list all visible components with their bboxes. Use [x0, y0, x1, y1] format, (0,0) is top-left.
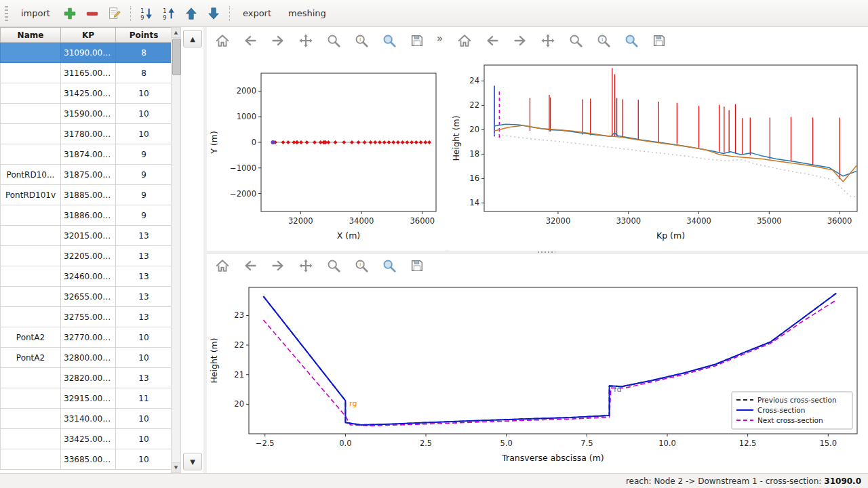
svg-text:20: 20: [469, 125, 479, 134]
pan-icon[interactable]: [539, 32, 557, 49]
home-icon[interactable]: [456, 32, 473, 49]
subplots-icon[interactable]: [595, 32, 612, 49]
table-row[interactable]: 31886.00009: [1, 205, 172, 226]
save-icon[interactable]: [408, 32, 426, 49]
kp-cell: 32015.0000: [61, 226, 116, 246]
table-row[interactable]: 31090.00008: [1, 43, 172, 63]
forward-icon[interactable]: [511, 32, 529, 49]
save-icon[interactable]: [408, 257, 426, 274]
move-down-button[interactable]: [205, 5, 222, 22]
points-cell: 10: [116, 449, 172, 470]
name-cell: [1, 287, 61, 307]
points-cell: 13: [116, 266, 172, 287]
home-icon[interactable]: [214, 257, 231, 274]
kp-cell: 31090.0000: [61, 43, 116, 63]
zoom-icon[interactable]: [325, 257, 342, 274]
table-row[interactable]: 33425.000010: [1, 429, 172, 449]
scroll-page-down-button[interactable]: ▼: [183, 453, 202, 470]
cross-section-plot[interactable]: −2.50.02.55.07.510.012.515.020212223rgrd…: [207, 279, 868, 472]
points-cell: 9: [116, 185, 172, 205]
table-row[interactable]: 32755.000013: [1, 307, 172, 327]
points-cell: 10: [116, 409, 172, 429]
sort-descending-button[interactable]: [160, 5, 178, 22]
pan-icon[interactable]: [297, 32, 315, 49]
svg-text:−1000: −1000: [230, 163, 256, 173]
table-row[interactable]: 33140.000010: [1, 409, 172, 429]
table-row[interactable]: 33685.000010: [1, 449, 172, 470]
kp-cell: 31780.0000: [61, 124, 116, 144]
table-row[interactable]: 32915.000011: [1, 388, 172, 409]
zoom-icon[interactable]: [567, 32, 585, 49]
name-cell: [1, 43, 61, 63]
table-row[interactable]: 31425.000010: [1, 83, 172, 104]
minus-icon: [85, 6, 100, 21]
plan-view-plot[interactable]: 320003400036000−2000−1000010002000X (m)Y…: [207, 56, 446, 251]
scroll-page-up-button[interactable]: ▲: [183, 30, 202, 47]
table-row[interactable]: 32655.000013: [1, 287, 172, 307]
table-row[interactable]: 32015.000013: [1, 226, 172, 246]
remove-cross-section-button[interactable]: [83, 5, 101, 22]
scrollbar-thumb[interactable]: [172, 39, 181, 75]
home-icon[interactable]: [214, 32, 231, 49]
customize-icon[interactable]: [380, 257, 398, 274]
svg-text:18: 18: [469, 149, 479, 159]
save-icon[interactable]: [650, 32, 668, 49]
pan-icon[interactable]: [297, 257, 315, 274]
longitudinal-profile-plot[interactable]: 3200033000340003500036000141618202224Kp …: [449, 56, 868, 251]
scrollbar-down-arrow-icon[interactable]: ▼: [172, 462, 180, 472]
subplots-icon[interactable]: [353, 32, 370, 49]
points-cell: 10: [116, 124, 172, 144]
table-row[interactable]: PontA232800.000010: [1, 348, 172, 368]
svg-text:32000: 32000: [288, 216, 313, 226]
import-button[interactable]: import: [15, 5, 56, 21]
forward-icon[interactable]: [269, 32, 287, 49]
add-cross-section-button[interactable]: [61, 5, 79, 22]
column-header-kp[interactable]: KP: [61, 28, 116, 43]
sort-ascending-button[interactable]: [138, 5, 155, 22]
svg-text:32000: 32000: [546, 216, 571, 226]
forward-icon[interactable]: [269, 257, 287, 274]
table-row[interactable]: 32820.000013: [1, 368, 172, 388]
svg-text:36000: 36000: [410, 216, 435, 226]
subplots-icon[interactable]: [353, 257, 370, 274]
table-row[interactable]: PontRD101v31885.00009: [1, 185, 172, 205]
table-scrollbar[interactable]: ▲ ▼: [171, 27, 181, 473]
customize-icon[interactable]: [623, 32, 640, 49]
svg-text:1000: 1000: [237, 112, 256, 121]
table-row[interactable]: PontA232770.000010: [1, 327, 172, 348]
column-header-name[interactable]: Name: [1, 28, 61, 43]
move-up-button[interactable]: [182, 5, 200, 22]
table-row[interactable]: 31165.00008: [1, 63, 172, 83]
svg-text:10.0: 10.0: [658, 439, 676, 448]
column-header-points[interactable]: Points: [116, 28, 172, 43]
table-row[interactable]: 32460.000013: [1, 266, 172, 287]
svg-text:Y (m): Y (m): [209, 131, 219, 155]
zoom-icon[interactable]: [325, 32, 342, 49]
svg-text:Previous cross-section: Previous cross-section: [757, 396, 837, 404]
back-icon[interactable]: [241, 32, 259, 49]
export-button[interactable]: export: [237, 5, 277, 21]
svg-text:2000: 2000: [237, 86, 256, 96]
table-row[interactable]: 31590.000010: [1, 104, 172, 124]
toolbar-separator: [229, 6, 230, 21]
svg-text:Cross-section: Cross-section: [757, 406, 805, 414]
name-cell: [1, 409, 61, 429]
meshing-button[interactable]: meshing: [282, 5, 332, 21]
toolbar-overflow-icon[interactable]: »: [437, 33, 443, 45]
svg-text:−2.5: −2.5: [256, 439, 275, 448]
name-cell: [1, 104, 61, 124]
name-cell: [1, 266, 61, 287]
edit-cross-section-button[interactable]: [106, 5, 123, 22]
customize-icon[interactable]: [380, 32, 398, 49]
back-icon[interactable]: [241, 257, 259, 274]
table-row[interactable]: 31874.00009: [1, 144, 172, 165]
sort-desc-icon: [161, 6, 176, 21]
table-row[interactable]: 31780.000010: [1, 124, 172, 144]
back-icon[interactable]: [484, 32, 501, 49]
svg-text:35000: 35000: [757, 216, 782, 226]
table-row[interactable]: PontRD10...31875.00009: [1, 165, 172, 185]
table-row[interactable]: 32205.000013: [1, 246, 172, 266]
kp-cell: 32205.0000: [61, 246, 116, 266]
points-cell: 9: [116, 144, 172, 165]
scrollbar-up-arrow-icon[interactable]: ▲: [172, 28, 180, 38]
